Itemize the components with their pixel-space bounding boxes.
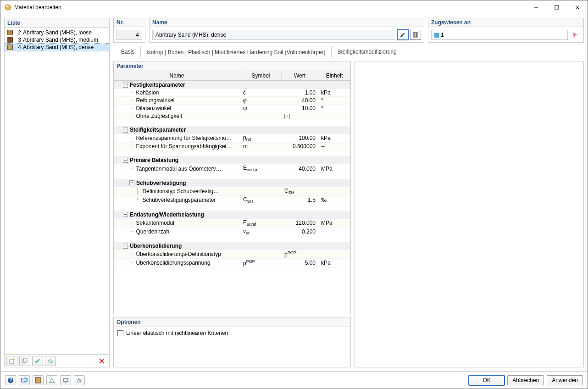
expand-icon[interactable]: − — [123, 83, 128, 88]
tab[interactable]: Steifigkeitsmodifizierung — [332, 45, 403, 58]
function-button[interactable]: fx — [74, 375, 85, 385]
expand-icon[interactable]: − — [123, 212, 128, 217]
library-button[interactable] — [410, 30, 421, 40]
app-icon — [4, 4, 11, 11]
param-symbol: Eoed,ref — [240, 164, 282, 172]
nr-label: Nr. — [114, 18, 145, 27]
param-symbol: ψ — [240, 105, 282, 112]
expand-icon[interactable]: − — [123, 158, 128, 163]
parameter-group[interactable]: −Primäre Belastung — [114, 156, 350, 164]
color-swatch — [7, 30, 13, 35]
edit-name-button[interactable] — [397, 30, 408, 40]
expand-icon[interactable]: − — [123, 128, 128, 133]
param-unit: -- — [318, 228, 350, 235]
parameter-group[interactable]: −Überkonsolidierung — [114, 242, 350, 250]
svg-text:fx: fx — [77, 377, 82, 383]
parameter-row[interactable]: └ Ohne Zugfestigkeit✓ — [114, 112, 350, 120]
view-button[interactable] — [46, 375, 57, 385]
linear-elastic-checkbox[interactable] — [117, 330, 123, 336]
parameter-group[interactable]: −Steifigkeitsparameter — [114, 126, 350, 134]
param-value[interactable]: 40.000 — [282, 165, 318, 172]
maximize-button[interactable] — [546, 0, 567, 14]
new-button[interactable] — [6, 356, 17, 366]
param-value[interactable]: 1.00 — [282, 89, 318, 96]
param-unit — [318, 191, 350, 192]
parameter-row[interactable]: ├ Referenzspannung für Steifigkeitsmo…pr… — [114, 134, 350, 143]
param-value[interactable]: 0.500000 — [282, 143, 318, 150]
svg-rect-21 — [63, 378, 68, 382]
parameter-row[interactable]: ├ Kohäsionc1.00kPa — [114, 89, 350, 97]
help-button[interactable]: ? — [5, 375, 16, 385]
parameter-row[interactable]: ├ Überkonsolidierungs-DefinitionstyppPOP — [114, 250, 350, 259]
parameter-row[interactable]: └ Querdehnzahlνur0.200-- — [114, 228, 350, 236]
param-value[interactable]: 1.5 — [282, 196, 318, 204]
display-button[interactable] — [60, 375, 71, 385]
svg-point-1 — [6, 6, 8, 7]
parameter-row[interactable]: ├ SekantenmodulEur,ref120.000MPa — [114, 219, 350, 228]
param-value[interactable]: 5.00 — [282, 259, 318, 267]
units-button[interactable]: 0,00 — [19, 375, 30, 385]
assigned-input[interactable]: 1 — [431, 30, 568, 40]
check-all-button[interactable] — [45, 356, 56, 366]
cancel-button[interactable]: Abbrechen — [507, 375, 544, 385]
param-name: Dilatanzwinkel — [136, 105, 171, 111]
expand-icon[interactable]: − — [123, 244, 128, 249]
param-value[interactable]: pPOP — [282, 250, 318, 258]
pick-button[interactable] — [570, 30, 581, 40]
list-item[interactable]: 4 Abritrary Sand (MHS), dense — [5, 44, 109, 51]
param-name: Überkonsolidierungsspannung — [136, 260, 210, 266]
parameter-row[interactable]: ├ Dilatanzwinkelψ10.00° — [114, 105, 350, 112]
param-unit: kPa — [318, 259, 350, 267]
list-label: Abritrary Sand (MHS), dense — [23, 44, 94, 50]
param-value[interactable]: 0.200 — [282, 228, 318, 235]
list-num: 3 — [15, 37, 21, 43]
material-list-panel: Liste 2 Abritrary Sand (MHS), loose 3 Ab… — [4, 18, 110, 367]
list-item[interactable]: 2 Abritrary Sand (MHS), loose — [5, 29, 109, 36]
param-name: Tangentenmodul aus Ödometerv… — [136, 166, 221, 172]
param-value[interactable]: 120.000 — [282, 219, 318, 227]
parameter-group[interactable]: −Entlastung/Wiederbelastung — [114, 211, 350, 219]
parameter-group[interactable]: −Festigkeitsparameter — [114, 81, 350, 89]
tab[interactable]: Isotrop | Boden | Plastisch | Modifizier… — [140, 46, 331, 58]
parameter-row[interactable]: ├ Reibungswinkelφ40.00° — [114, 97, 350, 105]
copy-button[interactable] — [19, 356, 30, 366]
parameter-row[interactable]: └ ÜberkonsolidierungsspannungpPOP5.00kPa — [114, 259, 350, 267]
list-item[interactable]: 3 Abritrary Sand (MHS), medium — [5, 36, 109, 44]
ok-button[interactable]: OK — [469, 375, 505, 385]
delete-button[interactable] — [96, 356, 107, 366]
name-label: Name — [150, 18, 424, 27]
list-num: 4 — [15, 44, 21, 50]
nr-input[interactable] — [116, 30, 142, 40]
minimize-button[interactable] — [526, 0, 546, 14]
param-value[interactable]: 40.00 — [282, 97, 318, 104]
param-unit: ° — [318, 105, 350, 112]
close-button[interactable] — [567, 0, 588, 14]
checkbox-icon[interactable]: ✓ — [284, 114, 290, 119]
apply-button[interactable]: Anwenden — [547, 375, 583, 385]
group-label: Festigkeitsparameter — [130, 82, 185, 88]
param-unit: kPa — [318, 134, 350, 142]
svg-rect-12 — [415, 33, 416, 37]
color-button[interactable] — [33, 375, 44, 385]
assigned-box: Zugewiesen an 1 — [428, 18, 584, 43]
expand-icon[interactable]: − — [129, 180, 134, 185]
titlebar: Material bearbeiten — [0, 0, 588, 14]
parameter-row[interactable]: └ SchubverfestigungsparameterCSH1.5‰ — [114, 196, 350, 205]
param-name: Sekantenmodul — [136, 220, 174, 226]
parameter-row[interactable]: ├ Tangentenmodul aus Ödometerv…Eoed,ref4… — [114, 164, 350, 173]
parameter-group[interactable]: −Schubverfestigung — [114, 179, 350, 187]
tab[interactable]: Basis — [115, 45, 140, 58]
param-value[interactable]: CSH — [282, 187, 318, 195]
parameter-row[interactable]: ├ Definitionstyp Schubverfestig…CSH — [114, 187, 350, 196]
param-name: Definitionstyp Schubverfestig… — [142, 188, 219, 194]
param-value[interactable]: 100.00 — [282, 134, 318, 142]
param-value[interactable]: 10.00 — [282, 105, 318, 112]
parameter-row[interactable]: └ Exponent für Spannungsabhängigkei…m0.5… — [114, 143, 350, 150]
svg-rect-8 — [23, 358, 27, 362]
name-input[interactable] — [152, 30, 395, 40]
check-button[interactable] — [32, 356, 43, 366]
param-value[interactable]: ✓ — [282, 112, 318, 120]
param-symbol: m — [240, 143, 282, 150]
material-list[interactable]: 2 Abritrary Sand (MHS), loose 3 Abritrar… — [5, 28, 109, 354]
list-toolbar — [5, 354, 109, 367]
